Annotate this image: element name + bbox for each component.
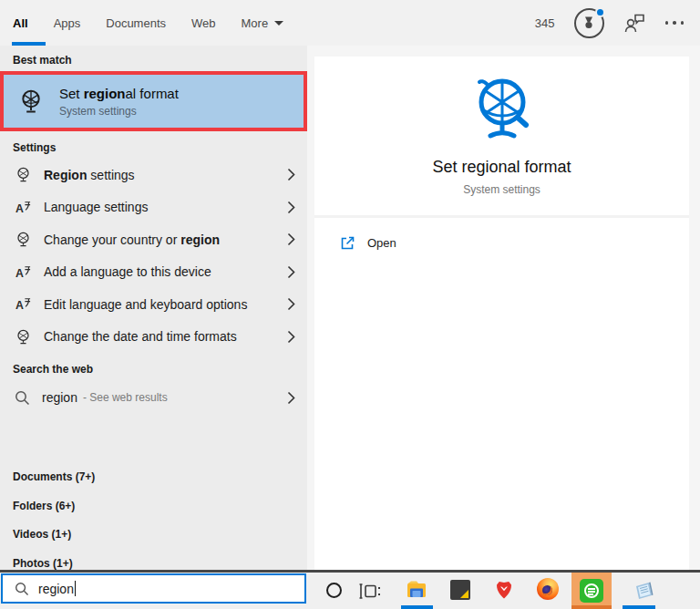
task-view-icon[interactable] <box>359 583 381 599</box>
medal-glyph <box>581 15 597 31</box>
running-indicator <box>401 605 433 609</box>
settings-item-add-language[interactable]: A Add a language to this device <box>0 256 307 289</box>
settings-item-change-country[interactable]: Change your country or region <box>0 223 307 256</box>
best-match-subtitle: System settings <box>59 105 179 118</box>
web-search-result[interactable]: region - See web results <box>0 381 307 414</box>
globe-icon-large <box>466 72 539 145</box>
chevron-right-icon <box>287 168 295 181</box>
globe-icon <box>14 327 32 346</box>
tab-more[interactable]: More <box>242 16 284 30</box>
best-match-title: Set regional format <box>59 86 179 101</box>
preview-title: Set regional format <box>314 158 689 177</box>
open-label: Open <box>367 236 396 250</box>
brave-icon[interactable] <box>493 578 515 600</box>
open-external-icon <box>340 235 355 251</box>
taskbar: region <box>0 573 700 609</box>
settings-item-edit-language-keyboard[interactable]: A Edit language and keyboard options <box>0 288 307 321</box>
file-explorer-icon[interactable] <box>406 579 427 601</box>
preview-subtitle: System settings <box>314 183 689 196</box>
greenshot-taskbar-highlight[interactable] <box>571 573 612 609</box>
settings-item-region-settings[interactable]: Region settings <box>0 159 307 191</box>
windows-search-flyout: All Apps Documents Web More 345 <box>0 0 700 609</box>
notepad-icon[interactable] <box>633 579 655 602</box>
search-icon <box>15 582 29 596</box>
chevron-right-icon <box>287 330 295 344</box>
svg-text:A: A <box>15 299 23 312</box>
globe-icon <box>14 231 32 249</box>
greenshot-icon <box>580 579 603 603</box>
language-icon: A <box>14 198 32 216</box>
settings-item-date-time-formats[interactable]: Change the date and time formats <box>0 321 307 354</box>
chevron-right-icon <box>287 265 295 279</box>
web-query: region <box>42 390 77 405</box>
chevron-right-icon <box>287 232 295 246</box>
search-value: region <box>38 582 74 596</box>
globe-icon <box>17 88 45 115</box>
chevron-right-icon <box>287 201 295 214</box>
language-icon: A <box>14 263 32 281</box>
best-match-text: Set regional format System settings <box>59 86 179 118</box>
more-options-icon[interactable] <box>665 21 685 25</box>
feedback-icon[interactable] <box>623 13 646 34</box>
tab-apps[interactable]: Apps <box>54 16 81 30</box>
open-action[interactable]: Open <box>314 226 689 259</box>
code-app-icon[interactable] <box>450 580 470 600</box>
settings-results: Region settings A Language settings <box>0 159 307 353</box>
web-hint: - See web results <box>83 391 168 404</box>
tab-documents[interactable]: Documents <box>106 16 166 30</box>
search-input[interactable]: region <box>1 573 306 604</box>
firefox-icon[interactable] <box>537 578 559 600</box>
notification-dot <box>595 7 605 17</box>
text-caret <box>75 581 76 596</box>
globe-icon <box>14 166 32 184</box>
running-indicator <box>623 605 655 609</box>
tab-web[interactable]: Web <box>191 16 216 30</box>
divider <box>314 215 689 218</box>
filter-tabs: All Apps Documents Web More <box>13 0 283 46</box>
best-match-heading: Best match <box>13 54 72 67</box>
chevron-right-icon <box>287 391 295 405</box>
annotation-red-box: Set regional format System settings <box>0 71 307 131</box>
best-match-item[interactable]: Set regional format System settings <box>4 75 304 128</box>
language-icon: A <box>14 295 32 314</box>
rewards-points-count: 345 <box>535 16 555 30</box>
search-icon <box>15 390 30 406</box>
search-header: All Apps Documents Web More 345 <box>0 0 700 46</box>
chevron-right-icon <box>287 297 295 311</box>
header-actions: 345 <box>535 0 684 46</box>
svg-text:A: A <box>15 267 23 280</box>
svg-text:A: A <box>15 202 23 215</box>
tab-all[interactable]: All <box>13 16 28 30</box>
cortana-icon[interactable] <box>326 583 342 598</box>
section-videos[interactable]: Videos (1+) <box>13 521 295 548</box>
chevron-down-icon <box>274 21 283 26</box>
section-folders[interactable]: Folders (6+) <box>13 492 295 520</box>
preview-panel: Set regional format System settings Open <box>314 57 689 570</box>
results-panel: Best match Set regional format System se… <box>0 46 307 570</box>
search-web-heading: Search the web <box>13 363 93 376</box>
section-documents[interactable]: Documents (7+) <box>13 463 295 490</box>
tab-more-label: More <box>242 16 269 30</box>
settings-item-language-settings[interactable]: A Language settings <box>0 191 307 224</box>
settings-heading: Settings <box>13 141 56 154</box>
trophy-icon[interactable] <box>574 8 604 38</box>
